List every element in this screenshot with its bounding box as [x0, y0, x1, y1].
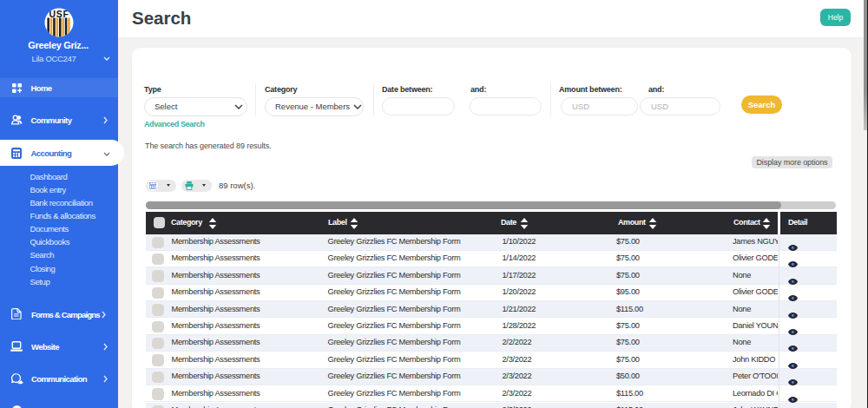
- svg-text:USF: USF: [49, 9, 69, 19]
